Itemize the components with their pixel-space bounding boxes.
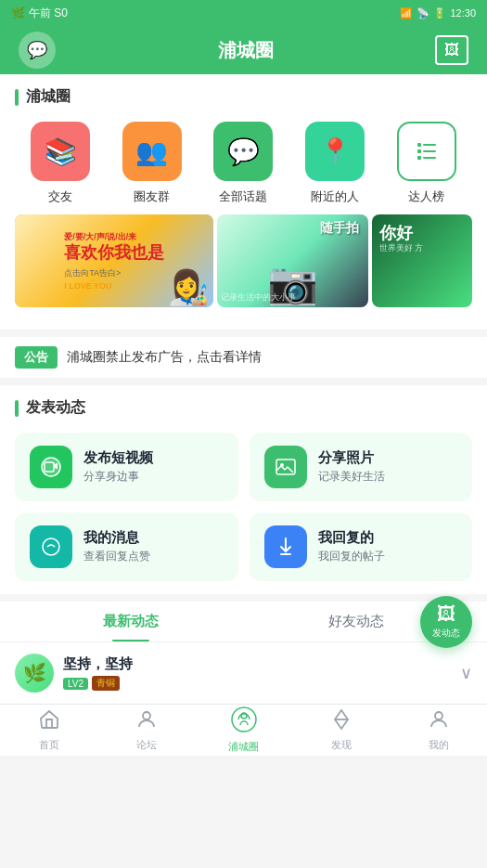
banner-3[interactable]: 你好 世界美好 方 — [372, 214, 472, 307]
icon-box-daren — [397, 122, 456, 181]
post-actions-section: 发表动态 发布短视频 分享身边事 分享照片 记录美好生活 — [0, 385, 487, 594]
svg-rect-3 — [423, 150, 436, 152]
section-title-post: 发表动态 — [15, 398, 472, 418]
post-item-replied[interactable]: 我回复的 我回复的帖子 — [250, 512, 473, 581]
chevron-down-icon[interactable]: ∨ — [460, 663, 472, 683]
icon-label-quanyouqun: 圈友群 — [134, 188, 170, 205]
nav-item-home[interactable]: 首页 — [0, 708, 97, 752]
nav-label-forum: 论坛 — [136, 738, 157, 752]
quanbuhati-icon: 💬 — [227, 136, 260, 167]
banner-area: 爱/要/大/声/说/出/来 喜欢你我也是 点击向TA告白> I LOVE YOU… — [15, 214, 472, 307]
tab-latest[interactable]: 最新动态 — [19, 602, 244, 641]
list-icon — [414, 138, 440, 164]
discover-icon — [330, 708, 352, 736]
forum-icon — [135, 708, 158, 736]
post-text-photo: 分享照片 记录美好生活 — [318, 449, 385, 485]
status-right: 📶 📡 🔋 12:30 — [400, 7, 476, 19]
icon-label-quanbuhati: 全部话题 — [219, 188, 267, 205]
status-bar: 🌿 午前 S0 📶 📡 🔋 12:30 — [0, 0, 487, 26]
fujin-icon: 📍 — [319, 136, 352, 167]
tabs-bar: 最新动态 好友动态 🖼 发动态 — [0, 602, 487, 642]
nav-item-mine[interactable]: 我的 — [390, 708, 487, 752]
header-gallery-button[interactable]: 🖼 — [435, 35, 468, 65]
announcement-bar[interactable]: 公告 浦城圈禁止发布广告，点击看详情 — [0, 337, 487, 378]
icon-item-fujin[interactable]: 📍 附近的人 — [305, 122, 365, 205]
svg-rect-4 — [417, 156, 421, 160]
icon-label-fujin: 附近的人 — [311, 188, 359, 205]
nav-item-discover[interactable]: 发现 — [292, 708, 390, 752]
status-time-left: 午前 S0 — [29, 6, 68, 21]
post-item-video[interactable]: 发布短视频 分享身边事 — [15, 433, 238, 501]
banner-1[interactable]: 爱/要/大/声/说/出/来 喜欢你我也是 点击向TA告白> I LOVE YOU… — [15, 214, 213, 307]
post-text-replied: 我回复的 我回复的帖子 — [318, 529, 385, 564]
icon-box-fujin: 📍 — [305, 122, 365, 181]
wifi-icon: 📶 — [400, 7, 413, 19]
mine-icon — [428, 708, 450, 736]
fab-icon: 🖼 — [437, 603, 455, 625]
icon-item-quanbuhati[interactable]: 💬 全部话题 — [213, 122, 273, 205]
puchengquan-nav-icon — [231, 706, 257, 738]
nav-label-discover: 发现 — [331, 738, 352, 752]
user-preview-left: 🌿 坚持，坚持 LV2 青铜 — [15, 654, 133, 693]
announcement-badge: 公告 — [15, 346, 58, 369]
post-icon-replied — [264, 525, 307, 568]
icon-label-daren: 达人榜 — [408, 188, 444, 205]
post-text-video: 发布短视频 分享身边事 — [83, 449, 153, 485]
status-app-icon: 🌿 — [11, 6, 25, 19]
announcement-text: 浦城圈禁止发布广告，点击看详情 — [67, 349, 262, 366]
nav-item-forum[interactable]: 论坛 — [97, 708, 195, 752]
chat-icon: 💬 — [27, 40, 47, 60]
svg-point-12 — [232, 707, 256, 732]
status-left: 🌿 午前 S0 — [11, 6, 68, 21]
banner-2[interactable]: 随手拍 📷 记录生活中的大小事 — [217, 214, 367, 307]
avatar: 🌿 — [15, 654, 54, 693]
post-item-message[interactable]: 我的消息 查看回复点赞 — [15, 512, 238, 581]
user-info: 坚持，坚持 LV2 青铜 — [63, 655, 133, 691]
icon-box-jiayou: 📚 — [31, 122, 90, 181]
jiayou-icon: 📚 — [45, 136, 77, 167]
nav-item-puchengquan[interactable]: 浦城圈 — [195, 706, 292, 754]
svg-rect-1 — [423, 144, 436, 146]
svg-rect-2 — [417, 149, 421, 153]
fab-post[interactable]: 🖼 发动态 — [420, 596, 472, 648]
battery-icon: 🔋 — [433, 7, 446, 19]
status-time: 12:30 — [450, 7, 476, 19]
gallery-icon: 🖼 — [444, 42, 459, 58]
tabs-wrapper: 最新动态 好友动态 🖼 发动态 — [0, 602, 487, 642]
icon-box-quanbuhati: 💬 — [213, 122, 273, 181]
puchengquan-section: 浦城圈 📚 交友 👥 圈友群 💬 全部话题 — [0, 74, 487, 330]
icon-box-quanyouqun: 👥 — [122, 122, 182, 181]
svg-point-11 — [143, 712, 150, 719]
header-title: 浦城圈 — [218, 38, 274, 63]
header-chat-button[interactable]: 💬 — [19, 32, 56, 69]
svg-point-14 — [435, 712, 442, 719]
post-icon-message — [30, 525, 72, 568]
home-icon — [38, 708, 60, 736]
nav-label-home: 首页 — [39, 738, 59, 752]
section-title-puchengquan: 浦城圈 — [15, 87, 472, 107]
badge-level: LV2 — [63, 678, 88, 690]
badge-rank: 青铜 — [92, 676, 120, 691]
svg-rect-0 — [417, 143, 421, 147]
fab-label: 发动态 — [432, 627, 460, 640]
quanyouqun-icon: 👥 — [135, 136, 168, 167]
svg-point-10 — [43, 538, 59, 555]
user-badges: LV2 青铜 — [63, 676, 133, 691]
header: 💬 浦城圈 🖼 — [0, 26, 487, 74]
bottom-nav: 首页 论坛 浦城圈 发现 我的 — [0, 704, 487, 756]
main-content: 浦城圈 📚 交友 👥 圈友群 💬 全部话题 — [0, 74, 487, 704]
post-text-message: 我的消息 查看回复点赞 — [83, 529, 150, 564]
icon-item-quanyouqun[interactable]: 👥 圈友群 — [122, 122, 182, 205]
post-item-photo[interactable]: 分享照片 记录美好生活 — [250, 433, 473, 501]
icon-item-daren[interactable]: 达人榜 — [397, 122, 456, 205]
nav-label-mine: 我的 — [429, 738, 449, 752]
post-icon-photo — [264, 446, 307, 488]
user-preview: 🌿 坚持，坚持 LV2 青铜 ∨ — [0, 642, 487, 704]
icon-item-jiayou[interactable]: 📚 交友 — [31, 122, 90, 205]
icon-grid: 📚 交友 👥 圈友群 💬 全部话题 📍 附近的人 — [15, 122, 472, 205]
post-icon-video — [30, 446, 72, 488]
user-name: 坚持，坚持 — [63, 655, 133, 673]
signal-icon: 📡 — [417, 7, 429, 19]
icon-label-jiayou: 交友 — [48, 188, 72, 205]
post-grid: 发布短视频 分享身边事 分享照片 记录美好生活 我的消息 — [15, 433, 472, 581]
